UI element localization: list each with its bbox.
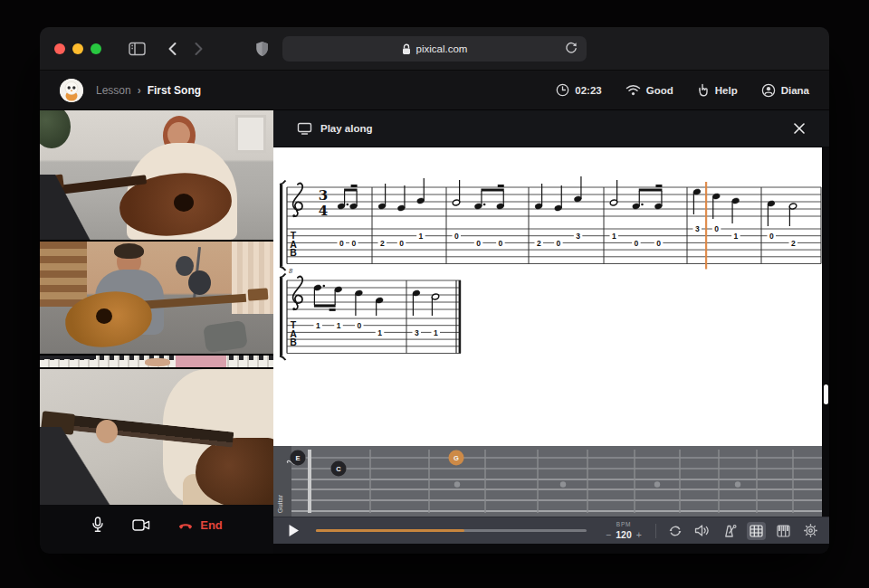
minimize-window-button[interactable]: [72, 43, 83, 54]
svg-text:G: G: [454, 454, 459, 462]
transport-bar: BPM − 120 +: [273, 517, 829, 544]
svg-text:3: 3: [576, 232, 580, 241]
piano-video-strip[interactable]: [40, 356, 273, 367]
settings-gear-icon[interactable]: [801, 522, 820, 540]
play-button[interactable]: [284, 522, 303, 540]
volume-icon[interactable]: [692, 522, 711, 540]
phone-hangup-icon: [177, 519, 194, 530]
url-text: pixical.com: [416, 43, 468, 54]
monitor-icon: [297, 122, 312, 135]
svg-text:2: 2: [537, 239, 541, 248]
lesson-header: Lesson › First Song 02:23 Good H: [40, 71, 829, 110]
svg-text:0: 0: [656, 239, 661, 248]
sheet-music-area[interactable]: 8TAB340020100020310030102TAB110131: [273, 147, 829, 446]
browser-chrome: pixical.com: [40, 27, 829, 71]
address-bar[interactable]: pixical.com: [282, 36, 587, 62]
shield-icon[interactable]: [255, 41, 269, 57]
svg-text:3: 3: [695, 224, 700, 233]
hand-icon: [697, 83, 710, 98]
timer-value: 02:23: [575, 85, 601, 96]
close-window-button[interactable]: [54, 43, 65, 54]
svg-text:2: 2: [380, 239, 385, 248]
end-call-button[interactable]: End: [177, 518, 223, 532]
fretboard-panel[interactable]: GuitarECG: [273, 446, 829, 517]
svg-text:1: 1: [612, 232, 616, 241]
window-bottom-edge: [273, 544, 829, 554]
svg-text:0: 0: [339, 239, 344, 248]
svg-text:0: 0: [351, 239, 356, 248]
zoom-window-button[interactable]: [91, 43, 101, 54]
connection-quality: Good: [646, 85, 673, 96]
svg-text:C: C: [336, 465, 341, 473]
svg-text:1: 1: [434, 328, 438, 337]
sidebar-toggle-icon[interactable]: [129, 42, 146, 56]
microphone-button[interactable]: [91, 517, 105, 533]
clock-icon: [556, 83, 569, 97]
bpm-value: 120: [616, 530, 632, 540]
user-menu[interactable]: Diana: [761, 83, 809, 98]
svg-text:Guitar: Guitar: [276, 494, 284, 513]
svg-text:0: 0: [714, 224, 719, 233]
scrollbar-track[interactable]: [822, 147, 829, 517]
help-label: Help: [715, 85, 738, 96]
play-along-panel: Play along 8TAB340020100020310030102TAB1…: [273, 110, 829, 554]
svg-text:1: 1: [419, 232, 424, 241]
forward-button[interactable]: [194, 42, 204, 56]
svg-text:0: 0: [769, 232, 774, 241]
piano-view-icon[interactable]: [774, 522, 793, 540]
breadcrumb-separator-icon: ›: [138, 84, 141, 97]
svg-text:1: 1: [377, 328, 382, 337]
bpm-control: BPM − 120 +: [599, 522, 648, 539]
svg-text:0: 0: [357, 321, 361, 330]
svg-text:B: B: [290, 337, 297, 347]
wifi-icon: [625, 84, 641, 96]
bpm-increase-button[interactable]: +: [636, 530, 642, 540]
svg-text:0: 0: [454, 232, 459, 241]
lock-icon: [402, 43, 411, 55]
help-button[interactable]: Help: [697, 83, 738, 98]
svg-text:3: 3: [319, 187, 328, 204]
svg-text:0: 0: [499, 239, 503, 248]
student-video[interactable]: [40, 242, 273, 355]
svg-text:1: 1: [316, 321, 320, 330]
svg-text:0: 0: [476, 239, 481, 248]
user-name: Diana: [781, 85, 809, 96]
breadcrumb-section[interactable]: Lesson: [96, 84, 131, 97]
panel-title: Play along: [320, 123, 373, 134]
teacher-video[interactable]: [40, 110, 273, 240]
close-panel-button[interactable]: [793, 122, 806, 135]
camera-button[interactable]: [132, 518, 150, 532]
breadcrumb-page-title: First Song: [148, 84, 201, 97]
play-along-header: Play along: [273, 110, 829, 147]
lesson-avatar: [60, 79, 83, 102]
back-button[interactable]: [167, 42, 177, 56]
reload-icon[interactable]: [564, 41, 578, 55]
closeup-video[interactable]: [40, 369, 273, 505]
fretboard-view-icon[interactable]: [747, 522, 766, 540]
connection-status: Good: [625, 84, 673, 96]
progress-fill: [316, 529, 464, 532]
fretboard-svg[interactable]: GuitarECG: [273, 446, 829, 517]
repeat-icon[interactable]: [665, 522, 684, 540]
camera-icon: [132, 518, 150, 532]
end-call-label: End: [200, 518, 223, 532]
metronome-icon[interactable]: [720, 522, 739, 540]
svg-text:4: 4: [319, 203, 328, 219]
svg-text:0: 0: [557, 239, 561, 248]
video-call-panel: End: [40, 110, 273, 554]
svg-text:8: 8: [289, 267, 293, 275]
scrollbar-thumb[interactable]: [824, 384, 828, 404]
svg-text:1: 1: [337, 321, 341, 330]
svg-text:3: 3: [415, 328, 419, 337]
svg-text:1: 1: [734, 232, 739, 241]
progress-bar[interactable]: [316, 529, 587, 532]
call-controls: End: [40, 505, 273, 554]
microphone-icon: [91, 517, 105, 533]
user-icon: [761, 83, 776, 98]
divider: [655, 524, 656, 538]
breadcrumb: Lesson › First Song: [96, 84, 201, 97]
svg-text:0: 0: [635, 239, 639, 248]
bpm-decrease-button[interactable]: −: [606, 530, 611, 540]
score-svg[interactable]: 8TAB340020100020310030102TAB110131: [273, 147, 829, 446]
svg-text:B: B: [290, 247, 297, 258]
